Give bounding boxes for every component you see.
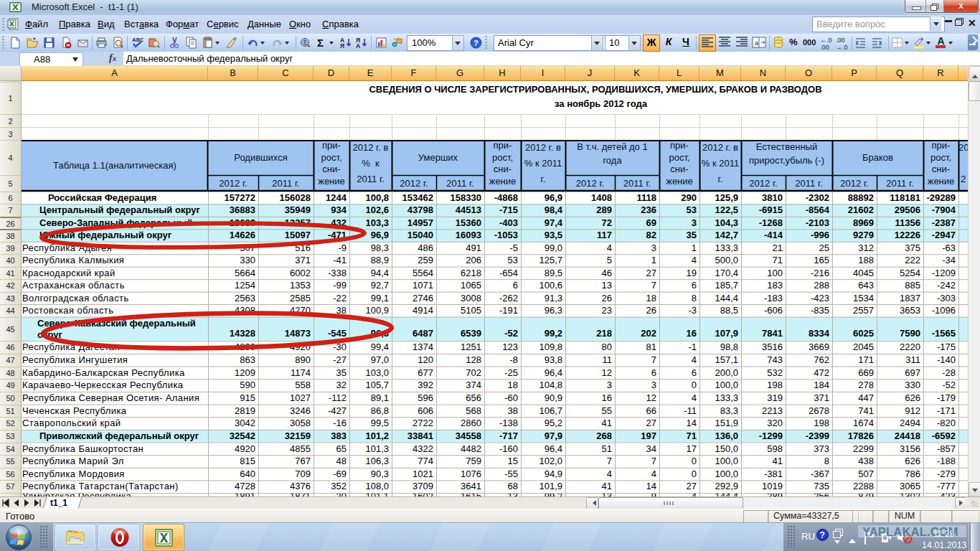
svg-text:?: ? xyxy=(473,39,479,47)
svg-text:?: ? xyxy=(820,530,825,540)
svg-text:ABC: ABC xyxy=(132,37,143,43)
svg-text:Я: Я xyxy=(340,42,344,49)
svg-text:Σ: Σ xyxy=(317,37,324,49)
svg-text:А: А xyxy=(356,42,360,49)
svg-text:a: a xyxy=(755,39,758,47)
